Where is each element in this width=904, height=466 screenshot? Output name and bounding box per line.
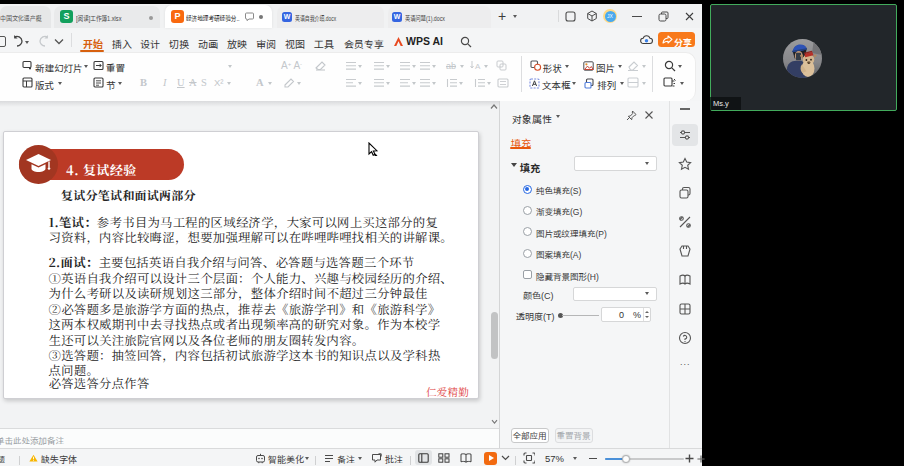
svg-text:A: A [475,62,481,71]
